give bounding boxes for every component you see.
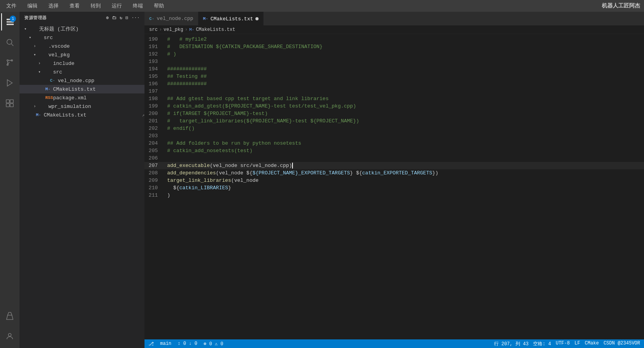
tab-vel-node-cpp[interactable]: C· vel_node.cpp [144,12,198,25]
code-line-195: 195 ## Testing ## [144,73,644,80]
activity-account[interactable] [1,328,18,345]
sidebar-item-vscode[interactable]: › .vscode [20,42,144,50]
breadcrumb-cmake-icon: M· [189,27,194,32]
sidebar-item-label: src [53,69,144,75]
line-number: 211 [144,192,164,198]
line-content: add_dependencies(vel_node ${${PROJECT_NA… [164,170,644,176]
breadcrumb-item-src[interactable]: src [149,27,158,32]
tab-bar: C· vel_node.cpp M· CMakeLists.txt [144,12,644,25]
menu-item-goto[interactable]: 转到 [88,2,103,10]
menu-item-select[interactable]: 选择 [46,2,61,10]
main-area: 1 [0,12,644,348]
activity-explorer[interactable]: 1 [1,13,18,30]
tab-cpp-icon: C· [149,16,154,21]
new-folder-icon[interactable]: 🗀 [112,15,117,20]
menu-item-run[interactable]: 运行 [109,2,124,10]
code-line-206: 206 [144,154,644,162]
sidebar-item-src-inner[interactable]: ▾ src [20,68,144,76]
line-content: # # myfile2 [164,36,644,42]
line-number: 198 [144,96,164,102]
line-number: 202 [144,126,164,131]
breadcrumb-sep-2: › [185,27,187,32]
tab-modified-dot [255,17,259,20]
line-content: ## Testing ## [164,74,644,79]
menu-item-view[interactable]: 查看 [67,2,82,10]
activity-bar: 1 [0,12,20,348]
spaces-indicator: 空格: 4 [533,341,551,347]
sidebar-item-vel_pkg[interactable]: ▾ vel_pkg [20,50,144,59]
error-count: ⊗ 0 ⚠ 0 [203,341,223,347]
activity-source-control[interactable] [1,54,18,71]
sidebar-item-src[interactable]: ▾ src [20,33,144,42]
line-number: 206 [144,155,164,161]
line-number: 207 [144,163,164,169]
activity-extensions[interactable] [1,95,18,112]
arrow-down-icon: ▾ [29,35,34,40]
menu-item-edit[interactable]: 编辑 [25,2,40,10]
cursor-position: 行 207, 列 43 [494,341,529,347]
sidebar-item-label: 无标题 (工作区) [39,25,144,32]
arrow-down-icon: ▾ [38,70,44,74]
more-icon[interactable]: ··· [132,15,140,20]
sidebar-item-include[interactable]: › include [20,59,144,68]
menu-item-help[interactable]: 帮助 [152,2,166,10]
tab-cmakelists[interactable]: M· CMakeLists.txt [198,12,264,25]
sidebar-item-cmakelists-vel[interactable]: M· CMakeLists.txt [20,85,144,93]
line-number: 192 [144,51,164,57]
breadcrumb-sep-1: › [159,27,162,32]
code-line-210: 210 ${catkin_LIBRARIES} [144,184,644,192]
line-number: 193 [144,59,164,65]
new-file-icon[interactable]: ⊕ [106,15,109,20]
breadcrumb-item-vel-pkg[interactable]: vel_pkg [164,27,183,32]
code-line-207: 207 add_executable(vel_node src/vel_node… [144,162,644,169]
tab-cmake-icon: M· [203,16,208,21]
code-line-194: 194 ############# [144,65,644,73]
code-editor[interactable]: 190 # # myfile2 191 # DESTINATION ${CATK… [144,34,644,339]
line-number: 209 [144,178,164,183]
line-content: ############# [164,66,644,72]
line-number: 196 [144,81,164,87]
sidebar-item-wpr-simulation[interactable]: › wpr_simulation [20,102,144,111]
cmake-file-icon: M· [36,113,42,117]
activity-run[interactable] [1,74,18,91]
sidebar-item-packagexml[interactable]: RSS package.xml [20,93,144,102]
line-content [164,133,644,139]
arrow-down-icon: ▾ [24,27,30,31]
sidebar-item-vel-node-cpp[interactable]: C· vel_node.cpp [20,76,144,85]
line-content: # catkin_add_gtest(${PROJECT_NAME}-test … [164,103,644,109]
line-content: target_link_libraries(vel_node [164,178,644,183]
breadcrumb-item-cmakelists[interactable]: CMakeLists.txt [196,27,235,32]
line-content [164,59,644,65]
sidebar-item-workspace[interactable]: ▾ 无标题 (工作区) [20,25,144,33]
line-content [164,155,644,161]
sidebar-header: 资源管理器 ⊕ 🗀 ↻ ⊟ ··· [20,12,144,24]
code-line-208: 208 add_dependencies(vel_node ${${PROJEC… [144,169,644,177]
sidebar-item-cmakelists-root[interactable]: M· CMakeLists.txt ↗ [20,111,144,119]
svg-rect-7 [10,100,13,103]
code-line-192: 192 # ) [144,50,644,58]
csdn-watermark: CSDN @2345VOR [603,341,640,347]
refresh-icon[interactable]: ↻ [120,15,122,20]
svg-rect-6 [6,100,9,103]
code-line-200: 200 # if(TARGET ${PROJECT_NAME}-test) [144,110,644,117]
line-number: 197 [144,88,164,94]
menu-item-terminal[interactable]: 终端 [130,2,145,10]
menu-item-file[interactable]: 文件 [4,2,19,10]
sidebar-item-label: include [53,61,144,66]
goto-icon: ↗ [142,113,144,118]
breadcrumb: src › vel_pkg › M· CMakeLists.txt [144,25,644,34]
activity-search[interactable] [1,34,18,51]
activity-test[interactable] [1,307,18,325]
collapse-icon[interactable]: ⊟ [126,15,128,20]
arrow-down-icon: ▾ [34,52,39,57]
encoding: UTF-8 [556,341,570,347]
line-content: ## Add gtest based cpp test target and l… [164,96,644,102]
line-number: 203 [144,133,164,139]
line-content: # endif() [164,126,644,131]
sidebar-header-icons: ⊕ 🗀 ↻ ⊟ ··· [106,15,140,20]
status-right: 行 207, 列 43 空格: 4 UTF-8 LF CMake CSDN @2… [494,341,640,347]
sidebar-item-label: CMakeLists.txt [44,112,139,118]
code-line-190: 190 # # myfile2 [144,36,644,43]
code-line-202: 202 # endif() [144,125,644,132]
line-number: 205 [144,148,164,154]
